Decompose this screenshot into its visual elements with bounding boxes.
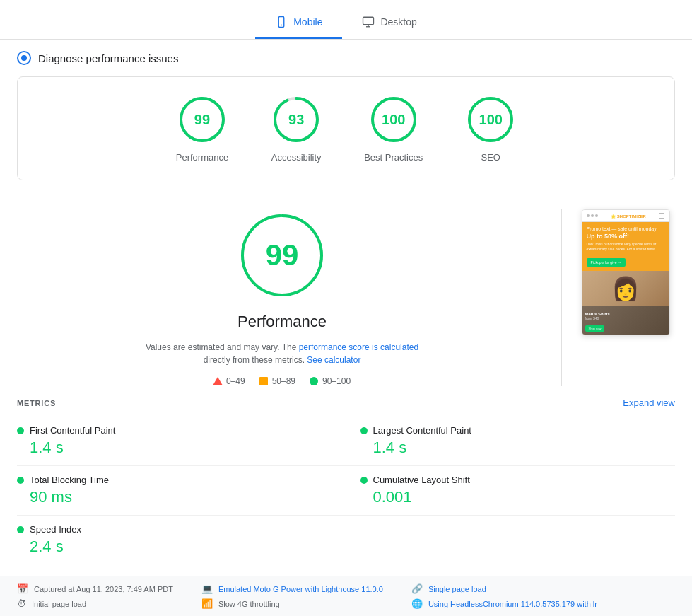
diagnose-section: Diagnose performance issues — [0, 40, 692, 76]
wifi-icon: 📶 — [201, 598, 213, 609]
legend-medium-range: 50–89 — [272, 376, 295, 386]
score-best-practices: 100 Best Practices — [364, 94, 423, 163]
screenshot-cta-btn: Pickup a for give → — [587, 258, 626, 267]
mobile-icon — [275, 16, 288, 28]
diagnose-icon — [17, 51, 31, 65]
scores-card: 99 Performance 93 Accessibility — [17, 76, 675, 180]
footer-initial-text: Initial page load — [32, 600, 86, 608]
score-note-mid: directly from these metrics. — [204, 355, 307, 365]
score-label-best-practices: Best Practices — [364, 152, 423, 163]
scores-row: 99 Performance 93 Accessibility — [35, 94, 657, 163]
page-icon: 🔗 — [411, 583, 423, 594]
screenshot-person-icon: 👩 — [611, 275, 640, 302]
screenshot-header: ⭐ SHOPTIMIZER — [582, 210, 669, 222]
screenshot-preview: ⭐ SHOPTIMIZER Promo text — sale until mo… — [582, 209, 670, 335]
score-circle-best-practices: 100 — [368, 94, 419, 145]
metric-tbt: Total Blocking Time 90 ms — [17, 466, 346, 516]
metric-cls-value: 0.001 — [360, 488, 676, 506]
legend-high: 90–100 — [310, 376, 351, 386]
right-panel: ⭐ SHOPTIMIZER Promo text — sale until mo… — [576, 209, 675, 386]
metrics-title: METRICS — [17, 399, 56, 407]
metric-si-dot — [17, 526, 24, 533]
screenshot-img2-sub: from $40 — [585, 316, 610, 320]
score-value-accessibility: 93 — [288, 112, 304, 128]
device-icon: 💻 — [201, 583, 213, 594]
footer-single-page: 🔗 Single page load — [411, 583, 597, 594]
metric-lcp-value: 1.4 s — [360, 438, 676, 457]
metric-cls-label: Cumulative Layout Shift — [373, 475, 470, 485]
footer-col-3: 🔗 Single page load 🌐 Using HeadlessChrom… — [411, 583, 597, 609]
tab-desktop[interactable]: Desktop — [342, 8, 436, 39]
desktop-icon — [362, 16, 375, 28]
diagnose-title: Diagnose performance issues — [38, 52, 178, 64]
metric-lcp: Largest Contentful Paint 1.4 s — [346, 417, 676, 466]
footer-emulated-link[interactable]: Emulated Moto G Power with Lighthouse 11… — [218, 585, 383, 593]
score-note-text: Values are estimated and may vary. The — [146, 342, 299, 352]
score-accessibility: 93 Accessibility — [271, 94, 322, 163]
metric-si-label-row: Speed Index — [17, 524, 332, 535]
metric-si: Speed Index 2.4 s — [17, 516, 346, 564]
score-circle-performance: 99 — [177, 94, 228, 145]
metric-lcp-label: Largest Contentful Paint — [373, 425, 471, 436]
legend-square-icon — [259, 377, 268, 385]
browser-icon: 🌐 — [411, 598, 423, 609]
metric-lcp-label-row: Largest Contentful Paint — [360, 425, 676, 436]
footer-initial-load: ⏱ Initial page load — [17, 598, 173, 609]
left-panel: 99 Performance Values are estimated and … — [17, 209, 547, 386]
screenshot-img2: Men's Shirts from $40 Shop now — [582, 306, 669, 335]
score-circle-accessibility: 93 — [271, 94, 322, 145]
big-score-circle: 99 — [236, 209, 328, 301]
footer: 📅 Captured at Aug 11, 2023, 7:49 AM PDT … — [0, 576, 692, 616]
clock-icon: ⏱ — [17, 598, 26, 609]
svg-rect-2 — [363, 17, 374, 25]
score-label-performance: Performance — [176, 152, 228, 163]
footer-browser-link[interactable]: Using HeadlessChromium 114.0.5735.179 wi… — [428, 600, 597, 608]
legend-low: 0–49 — [213, 376, 245, 386]
legend-circle-icon — [310, 377, 318, 385]
screenshot-logo: ⭐ SHOPTIMIZER — [611, 214, 646, 219]
score-label-accessibility: Accessibility — [271, 152, 322, 163]
metric-cls-label-row: Cumulative Layout Shift — [360, 475, 676, 485]
metric-tbt-label: Total Blocking Time — [30, 475, 109, 485]
calendar-icon: 📅 — [17, 583, 28, 594]
metric-tbt-dot — [17, 477, 24, 484]
score-label-seo: SEO — [481, 152, 500, 163]
metrics-grid: First Contentful Paint 1.4 s Largest Con… — [17, 417, 675, 564]
expand-view-link[interactable]: Expand view — [623, 397, 675, 408]
metric-fcp-label: First Contentful Paint — [30, 425, 115, 436]
footer-throttling: 📶 Slow 4G throttling — [201, 598, 383, 609]
score-value-performance: 99 — [194, 112, 210, 128]
screenshot-dots — [587, 214, 598, 217]
main-content: 99 Performance Values are estimated and … — [0, 192, 692, 397]
metrics-section: METRICS Expand view First Contentful Pai… — [0, 397, 692, 576]
score-circle-seo: 100 — [465, 94, 516, 145]
tab-mobile-label: Mobile — [293, 16, 322, 28]
metric-lcp-dot — [360, 427, 368, 434]
score-note: Values are estimated and may vary. The p… — [141, 341, 423, 366]
tab-bar: Mobile Desktop — [0, 0, 692, 40]
footer-single-page-link[interactable]: Single page load — [428, 585, 486, 593]
footer-browser: 🌐 Using HeadlessChromium 114.0.5735.179 … — [411, 598, 597, 609]
metric-fcp-label-row: First Contentful Paint — [17, 425, 332, 436]
big-score-label: Performance — [237, 313, 327, 331]
score-performance: 99 Performance — [176, 94, 228, 163]
calculator-link[interactable]: See calculator — [307, 355, 360, 365]
metrics-header: METRICS Expand view — [17, 397, 675, 408]
score-seo: 100 SEO — [465, 94, 516, 163]
screenshot-img2-content: Men's Shirts from $40 Shop now — [585, 312, 610, 332]
footer-col-1: 📅 Captured at Aug 11, 2023, 7:49 AM PDT … — [17, 583, 173, 609]
screenshot-banner-sub: Don't miss out on some very special item… — [587, 242, 665, 251]
screenshot-banner-title: Up to 50% off! — [587, 233, 665, 240]
performance-score-link[interactable]: performance score is calculated — [299, 342, 418, 352]
legend-low-range: 0–49 — [226, 376, 245, 386]
big-score-number: 99 — [266, 238, 299, 272]
screenshot-header-sq — [659, 213, 664, 219]
metric-cls-dot — [360, 477, 368, 484]
metric-tbt-label-row: Total Blocking Time — [17, 475, 332, 485]
metric-cls: Cumulative Layout Shift 0.001 — [346, 466, 676, 516]
tab-mobile[interactable]: Mobile — [255, 8, 342, 39]
metric-fcp-value: 1.4 s — [17, 438, 332, 457]
legend-medium: 50–89 — [259, 376, 295, 386]
metric-si-value: 2.4 s — [17, 537, 332, 556]
screenshot-promo-strip: Promo text — sale until monday — [587, 226, 665, 231]
